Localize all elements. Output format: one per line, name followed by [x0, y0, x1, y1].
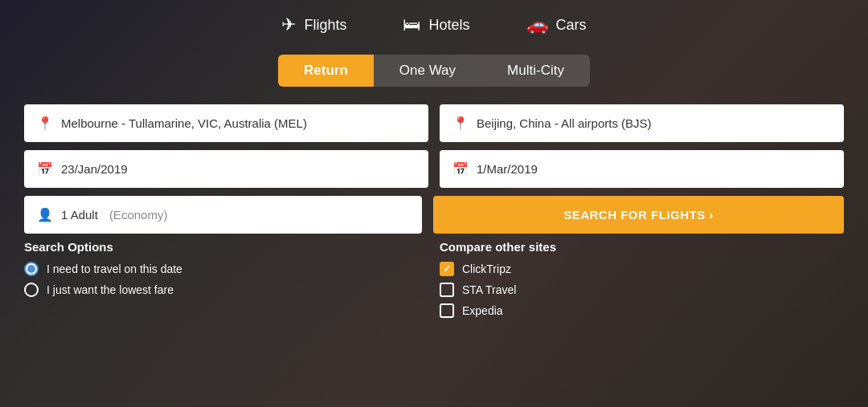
nav-tab-flights[interactable]: ✈ Flights — [273, 10, 354, 40]
destination-field[interactable]: 📍 Beijing, China - All airports (BJS) — [440, 104, 844, 142]
hotels-icon: 🛏 — [403, 14, 420, 35]
dates-row: 📅 23/Jan/2019 📅 1/Mar/2019 — [24, 150, 844, 188]
nav-tab-flights-label: Flights — [304, 17, 346, 34]
sta-travel-checkbox — [440, 283, 454, 297]
cars-icon: 🚗 — [526, 14, 548, 35]
checkbox-group: ClickTripz STA Travel Expedia — [440, 262, 844, 318]
nav-tab-cars-label: Cars — [556, 17, 587, 34]
nav-tab-cars[interactable]: 🚗 Cars — [518, 10, 595, 40]
expedia-label: Expedia — [462, 304, 503, 317]
radio-lowest-fare-indicator — [24, 283, 39, 297]
checkbox-clicktripz[interactable]: ClickTripz — [440, 262, 844, 276]
radio-lowest-fare[interactable]: I just want the lowest fare — [24, 283, 428, 297]
trip-btn-multi-city[interactable]: Multi-City — [481, 55, 590, 87]
search-flights-button[interactable]: SEARCH FOR FLIGHTS › — [433, 196, 844, 234]
depart-calendar-icon: 📅 — [37, 161, 53, 177]
airport-row: 📍 Melbourne - Tullamarine, VIC, Australi… — [24, 104, 844, 142]
search-form: 📍 Melbourne - Tullamarine, VIC, Australi… — [24, 104, 844, 234]
return-date-value: 1/Mar/2019 — [477, 162, 538, 176]
checkbox-sta-travel[interactable]: STA Travel — [440, 283, 844, 297]
options-row: Search Options I need to travel on this … — [24, 240, 844, 318]
clicktripz-label: ClickTripz — [462, 263, 511, 275]
nav-tabs: ✈ Flights 🛏 Hotels 🚗 Cars — [273, 10, 594, 40]
compare-sites-title: Compare other sites — [440, 240, 844, 254]
clicktripz-checkbox — [440, 262, 454, 276]
search-options: Search Options I need to travel on this … — [24, 240, 428, 318]
compare-sites: Compare other sites ClickTripz STA Trave… — [440, 240, 844, 318]
passengers-value: 1 Adult — [61, 208, 98, 222]
class-label: (Economy) — [109, 208, 168, 222]
radio-exact-date[interactable]: I need to travel on this date — [24, 262, 428, 276]
trip-btn-one-way[interactable]: One Way — [374, 55, 481, 87]
sta-travel-label: STA Travel — [462, 283, 516, 296]
radio-exact-date-indicator — [24, 262, 39, 276]
search-options-title: Search Options — [24, 240, 428, 254]
passenger-icon: 👤 — [37, 207, 53, 222]
passengers-field[interactable]: 👤 1 Adult (Economy) — [24, 196, 422, 234]
trip-type-toggle: Return One Way Multi-City — [278, 55, 590, 87]
destination-icon: 📍 — [452, 116, 469, 131]
destination-value: Beijing, China - All airports (BJS) — [477, 116, 652, 130]
radio-lowest-fare-label: I just want the lowest fare — [47, 283, 174, 296]
expedia-checkbox — [440, 303, 454, 318]
passengers-row: 👤 1 Adult (Economy) SEARCH FOR FLIGHTS › — [24, 196, 844, 234]
origin-field[interactable]: 📍 Melbourne - Tullamarine, VIC, Australi… — [24, 104, 428, 142]
origin-value: Melbourne - Tullamarine, VIC, Australia … — [61, 116, 307, 130]
origin-icon: 📍 — [37, 116, 53, 131]
radio-exact-date-label: I need to travel on this date — [47, 263, 182, 275]
nav-tab-hotels-label: Hotels — [428, 17, 469, 34]
depart-date-value: 23/Jan/2019 — [61, 162, 128, 176]
trip-btn-return[interactable]: Return — [278, 55, 374, 87]
checkbox-expedia[interactable]: Expedia — [440, 303, 844, 318]
flights-icon: ✈ — [281, 14, 296, 35]
return-date-field[interactable]: 📅 1/Mar/2019 — [440, 150, 844, 188]
radio-group: I need to travel on this date I just wan… — [24, 262, 428, 297]
nav-tab-hotels[interactable]: 🛏 Hotels — [395, 10, 477, 40]
depart-date-field[interactable]: 📅 23/Jan/2019 — [24, 150, 428, 188]
return-calendar-icon: 📅 — [452, 161, 469, 177]
